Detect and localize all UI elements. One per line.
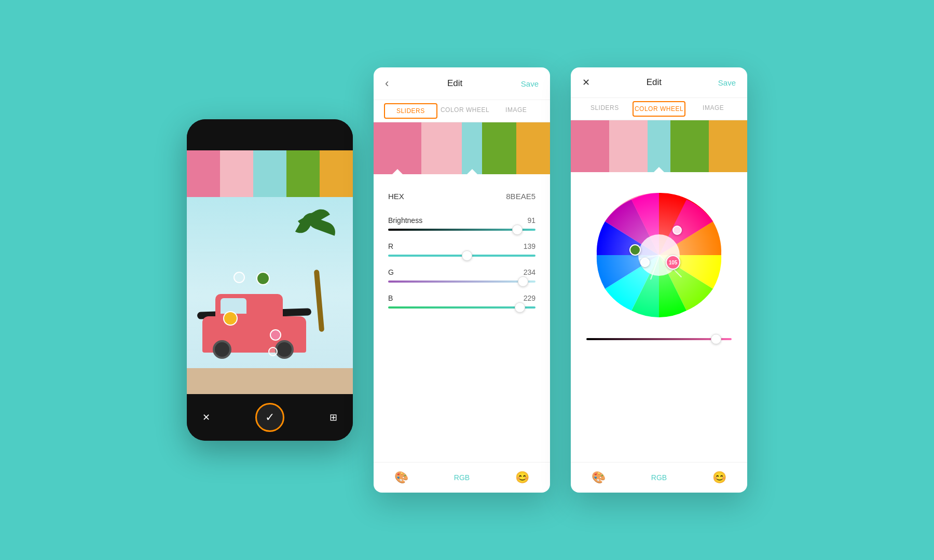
phone-image [187,197,353,394]
cw-swatch-5[interactable] [709,120,747,172]
r-thumb[interactable] [462,250,472,261]
brightness-slider-row [581,338,737,340]
cw-rgb-button[interactable]: RGB [651,473,667,482]
sliders-save-button[interactable]: Save [521,79,539,88]
brightness-track[interactable] [388,229,535,231]
r-header: R 139 [388,242,535,250]
wheel-content: 105 [571,172,747,462]
wheel-dot-pink[interactable]: 105 [666,255,680,270]
cw-tab-image[interactable]: IMAGE [688,98,739,120]
colorwheel-panel-title: Edit [647,77,662,88]
smiley-icon[interactable]: 😊 [515,471,529,484]
sliders-footer: 🎨 RGB 😊 [374,462,550,493]
palette-swatch-5[interactable] [320,150,353,197]
brightness-slider-group: Brightness 91 [388,216,535,231]
hex-label: HEX [388,192,404,201]
g-slider-group: G 234 [388,268,535,283]
g-value: 234 [524,268,535,276]
brightness-track[interactable] [586,338,732,340]
colorwheel-footer: 🎨 RGB 😊 [571,462,747,493]
colorwheel-tabs: SLIDERS COLOR WHEEL IMAGE [571,98,747,120]
colorwheel-save-button[interactable]: Save [718,78,736,87]
swatch-3[interactable] [462,122,482,174]
color-wheel[interactable]: 105 [592,188,726,323]
van-wheel-left [213,340,231,359]
r-track[interactable] [388,255,535,257]
color-dot-5[interactable] [268,347,278,356]
b-header: B 229 [388,294,535,302]
colorwheel-panel: ✕ Edit Save SLIDERS COLOR WHEEL IMAGE [571,67,747,493]
r-slider-group: R 139 [388,242,535,257]
colorwheel-panel-header: ✕ Edit Save [571,67,747,98]
palette-swatch-3[interactable] [253,150,286,197]
sliders-swatches [374,122,550,174]
tab-colorwheel[interactable]: COLOR WHEEL [439,100,491,122]
tab-image[interactable]: IMAGE [490,100,542,122]
hex-row: HEX 8BEAE5 [388,192,535,201]
hex-value: 8BEAE5 [506,192,535,201]
cw-swatch-3[interactable] [648,120,670,172]
color-dot-2[interactable] [256,272,270,285]
tab-sliders[interactable]: SLIDERS [384,103,437,119]
wheel-dot-green[interactable] [629,244,641,256]
brightness-value: 91 [527,216,535,225]
swatch-5[interactable] [516,122,550,174]
r-value: 139 [524,242,535,250]
phone-palette [187,150,353,197]
color-dot-1[interactable] [233,272,245,283]
rgb-button[interactable]: RGB [454,473,470,482]
phone-top-bar [187,119,353,150]
van-wheel-right [275,340,294,359]
sliders-panel-title: Edit [447,78,462,89]
palette-swatch-2[interactable] [220,150,253,197]
phone-cancel-button[interactable]: ✕ [202,412,210,423]
cw-swatch-4[interactable] [670,120,709,172]
phone-gallery-button[interactable]: ⊞ [329,412,337,423]
back-button[interactable]: ‹ [385,77,389,90]
wheel-dot-white-2[interactable] [640,258,650,267]
cw-tab-colorwheel[interactable]: COLOR WHEEL [633,101,686,117]
wheel-dot-white-1[interactable] [672,226,682,235]
g-track[interactable] [388,281,535,283]
colorwheel-swatches [571,120,747,172]
b-track[interactable] [388,306,535,309]
palette-swatch-4[interactable] [286,150,320,197]
sliders-content: HEX 8BEAE5 Brightness 91 R 139 [374,174,550,462]
phone-bottom-bar: ✕ ✓ ⊞ [187,394,353,441]
sliders-panel: ‹ Edit Save SLIDERS COLOR WHEEL IMAGE HE… [374,67,550,493]
phone-confirm-button[interactable]: ✓ [255,403,284,432]
palm-trunk [314,270,324,332]
g-header: G 234 [388,268,535,276]
brightness-thumb[interactable] [711,334,721,344]
sliders-tabs: SLIDERS COLOR WHEEL IMAGE [374,100,550,122]
color-dot-4[interactable] [270,329,281,341]
check-icon: ✓ [265,411,274,424]
b-slider-group: B 229 [388,294,535,309]
b-label: B [388,294,393,302]
cw-swatch-2[interactable] [609,120,648,172]
sliders-panel-header: ‹ Edit Save [374,67,550,100]
cw-tab-sliders[interactable]: SLIDERS [579,98,630,120]
phone-mockup: ✕ ✓ ⊞ [187,119,353,441]
cw-smiley-icon[interactable]: 😊 [712,471,726,484]
swatch-2[interactable] [421,122,462,174]
g-thumb[interactable] [518,276,528,287]
b-value: 229 [524,294,535,302]
g-label: G [388,268,394,276]
b-thumb[interactable] [515,302,525,313]
palette-icon[interactable]: 🎨 [394,471,408,484]
swatch-1[interactable] [374,122,421,174]
brightness-thumb[interactable] [512,225,523,235]
swatch-4[interactable] [482,122,516,174]
r-label: R [388,242,393,250]
brightness-header: Brightness 91 [388,216,535,225]
brightness-label: Brightness [388,216,422,225]
cw-palette-icon[interactable]: 🎨 [592,471,606,484]
close-button[interactable]: ✕ [582,77,590,88]
palette-swatch-1[interactable] [187,150,220,197]
cw-swatch-1[interactable] [571,120,609,172]
